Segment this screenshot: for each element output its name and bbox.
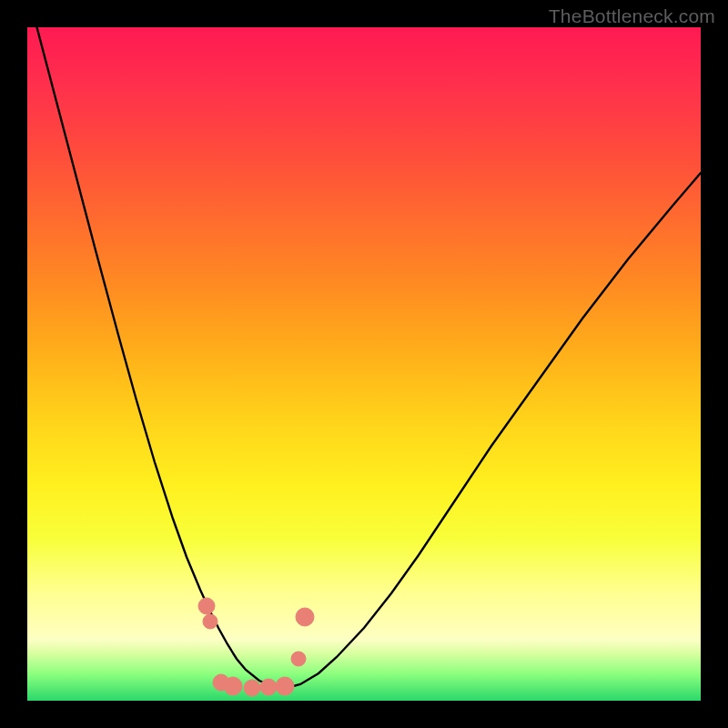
curve-marker bbox=[224, 677, 242, 695]
curve-marker bbox=[260, 679, 277, 695]
chart-frame: TheBottleneck.com bbox=[0, 0, 728, 728]
curve-marker bbox=[276, 677, 294, 695]
curve-marker bbox=[203, 614, 217, 629]
curve-marker bbox=[296, 608, 314, 626]
watermark-text: TheBottleneck.com bbox=[549, 5, 715, 27]
plot-area bbox=[27, 27, 701, 701]
bottleneck-curve bbox=[27, 27, 701, 688]
chart-svg bbox=[27, 27, 701, 701]
curve-markers bbox=[198, 598, 314, 696]
curve-marker bbox=[198, 598, 215, 614]
curve-marker bbox=[244, 680, 260, 696]
curve-marker bbox=[291, 652, 306, 666]
